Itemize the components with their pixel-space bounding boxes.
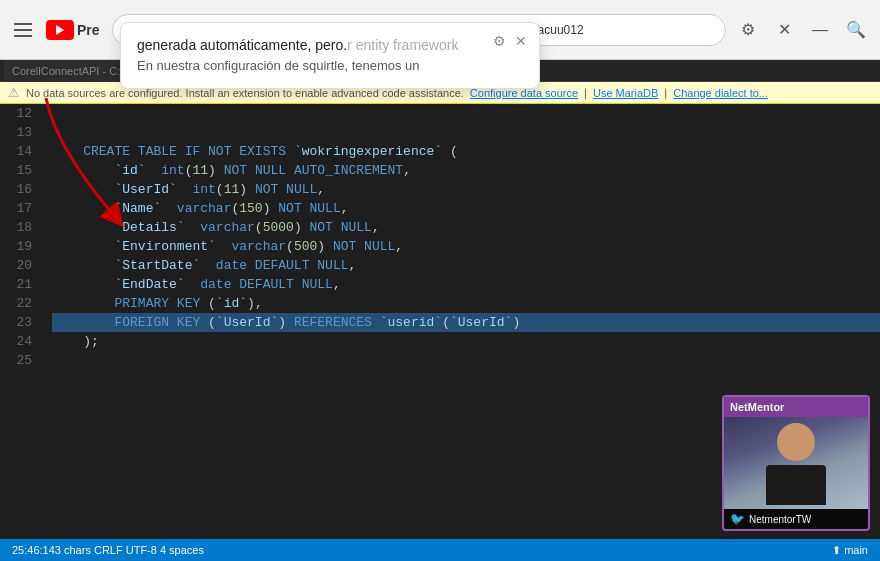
youtube-icon [46, 20, 74, 40]
code-line-13 [52, 123, 880, 142]
youtube-label: Pre [77, 22, 100, 38]
info-bar-link-mariadb[interactable]: Use MariaDB [593, 87, 658, 99]
person-head [777, 423, 815, 461]
popup-settings-button[interactable]: ⚙ [489, 31, 509, 51]
browser-actions: ⚙ ✕ — 🔍 [734, 16, 870, 44]
code-line-15: `id` int(11) NOT NULL AUTO_INCREMENT, [52, 161, 880, 180]
twitter-icon: 🐦 [730, 512, 745, 526]
code-line-24: ); [52, 332, 880, 351]
line-numbers: 12 13 14 15 16 17 18 19 20 21 22 23 24 2… [0, 104, 40, 561]
hamburger-menu[interactable] [10, 16, 38, 44]
code-line-20: `StartDate` date DEFAULT NULL, [52, 256, 880, 275]
tab-label-0: CorellConnectAPI - C:... [12, 65, 129, 77]
popup-close-button[interactable]: ✕ [511, 31, 531, 51]
status-bar-right: ⬆ main [832, 544, 868, 557]
person-body [766, 465, 826, 505]
info-bar-link-dialect[interactable]: Change dialect to... [673, 87, 768, 99]
webcam-title: NetMentor [730, 401, 784, 413]
popup-ghost-text: r entity framework [347, 37, 458, 53]
code-line-25 [52, 351, 880, 370]
webcam-header: NetMentor [724, 397, 868, 417]
webcam-username: NetmentorTW [749, 514, 811, 525]
code-line-17: `Name` varchar(150) NOT NULL, [52, 199, 880, 218]
browser-minimize-btn[interactable]: — [806, 16, 834, 44]
code-line-23: FOREIGN KEY (`UserId`) REFERENCES `useri… [52, 313, 880, 332]
webcam-person [766, 423, 826, 503]
youtube-logo: Pre [46, 20, 100, 40]
code-line-16: `UserId` int(11) NOT NULL, [52, 180, 880, 199]
code-line-21: `EndDate` date DEFAULT NULL, [52, 275, 880, 294]
status-info: 25:46:143 chars CRLF UTF-8 4 spaces [12, 544, 204, 556]
code-line-18: `Details` varchar(5000) NOT NULL, [52, 218, 880, 237]
autocomplete-popup: ⚙ ✕ generada automáticamente, pero.r ent… [120, 22, 540, 89]
status-bar-left: 25:46:143 chars CRLF UTF-8 4 spaces [12, 544, 204, 556]
browser-settings-btn[interactable]: ⚙ [734, 16, 762, 44]
editor-tab-0[interactable]: CorellConnectAPI - C:... [4, 60, 138, 82]
code-line-19: `Environment` varchar(500) NOT NULL, [52, 237, 880, 256]
code-line-12 [52, 104, 880, 123]
status-branch: ⬆ main [832, 544, 868, 557]
popup-line1: generada automáticamente, pero.r entity … [137, 35, 523, 56]
info-bar-icon: ⚠ [8, 85, 20, 100]
webcam-body [724, 417, 868, 509]
status-bar: 25:46:143 chars CRLF UTF-8 4 spaces ⬆ ma… [0, 539, 880, 561]
browser-close-btn[interactable]: ✕ [770, 16, 798, 44]
webcam-footer: 🐦 NetmentorTW [724, 509, 868, 529]
webcam-overlay: NetMentor 🐦 NetmentorTW [722, 395, 870, 531]
popup-line2: En nuestra configuración de squirtle, te… [137, 56, 523, 76]
code-line-14: CREATE TABLE IF NOT EXISTS `wokringexper… [52, 142, 880, 161]
code-line-22: PRIMARY KEY (`id`), [52, 294, 880, 313]
browser-search-btn[interactable]: 🔍 [842, 16, 870, 44]
